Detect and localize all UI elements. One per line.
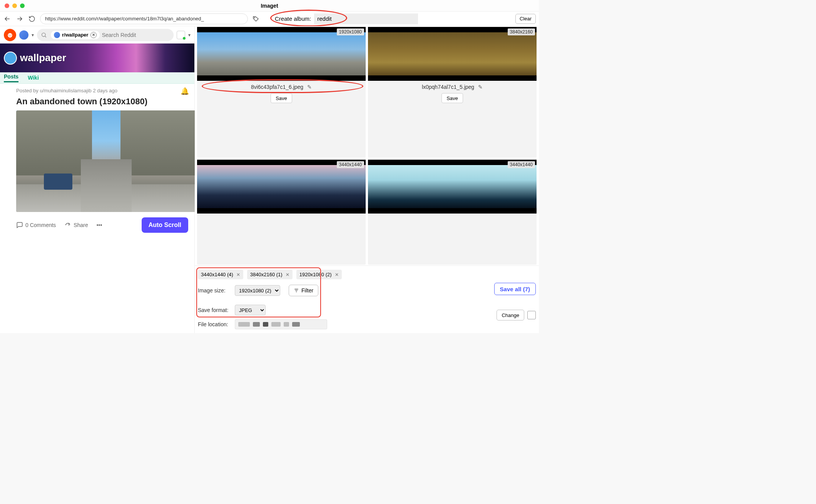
image-card: 3440x1440: [197, 160, 366, 265]
subreddit-banner: wallpaper: [0, 43, 194, 72]
image-card: 3840x2160 lx0pqh74al7c1_5.jpeg ✎ Save: [368, 27, 537, 157]
filename-row: 8vi6c43pfa7c1_6.jpeg ✎: [197, 81, 366, 93]
svg-point-0: [254, 17, 255, 18]
svg-point-3: [10, 34, 11, 35]
edit-icon[interactable]: ✎: [478, 84, 483, 90]
image-card: 1920x1080 8vi6c43pfa7c1_6.jpeg ✎ Save: [197, 27, 366, 157]
main-split: ▾ r/wallpaper ✕ ▾ wallpaper Posts Wiki 🔔: [0, 26, 539, 333]
create-album-input[interactable]: [314, 13, 418, 24]
search-icon: [41, 32, 47, 38]
share-button[interactable]: Share: [64, 222, 88, 229]
image-card: 3440x1440: [368, 160, 537, 265]
save-format-row: Save format: JPEG: [198, 305, 536, 315]
chip-remove-icon[interactable]: ✕: [335, 272, 339, 277]
reddit-logo-icon[interactable]: [4, 29, 16, 41]
minimize-icon[interactable]: [12, 3, 17, 8]
comments-button[interactable]: 0 Comments: [16, 222, 56, 229]
file-location-label: File location:: [198, 321, 231, 327]
thumbnail[interactable]: 3840x2160: [368, 27, 537, 81]
chip-remove-icon[interactable]: ✕: [236, 272, 240, 277]
url-bar[interactable]: https://www.reddit.com/r/wallpaper/comme…: [40, 13, 248, 24]
window-title: Imaget: [261, 3, 278, 9]
tab-wiki[interactable]: Wiki: [28, 75, 39, 81]
filename: lx0pqh74al7c1_5.jpeg: [422, 84, 474, 90]
filter-button[interactable]: Filter: [289, 285, 318, 296]
bell-icon[interactable]: 🔔: [181, 87, 189, 95]
reddit-header: ▾ r/wallpaper ✕ ▾: [0, 26, 194, 43]
community-avatar-icon[interactable]: [19, 30, 28, 40]
chip-remove-icon[interactable]: ✕: [90, 32, 97, 38]
chip-label: r/wallpaper: [62, 32, 89, 38]
filename: 8vi6c43pfa7c1_6.jpeg: [251, 84, 303, 90]
filter-chips: 3440x1440 (4)✕ 3840x2160 (1)✕ 1920x1080 …: [198, 270, 536, 279]
titlebar: Imaget: [0, 0, 539, 12]
svg-point-1: [8, 33, 12, 38]
thumbnail[interactable]: 3440x1440: [197, 160, 366, 214]
downloader-pane: 1920x1080 8vi6c43pfa7c1_6.jpeg ✎ Save 38…: [195, 26, 539, 333]
reddit-search-input[interactable]: [102, 32, 171, 38]
resolution-badge: 3440x1440: [337, 161, 364, 168]
url-text: https://www.reddit.com/r/wallpaper/comme…: [45, 16, 204, 22]
nav-toolbar: https://www.reddit.com/r/wallpaper/comme…: [0, 12, 539, 26]
close-icon[interactable]: [5, 3, 9, 8]
subreddit-chip[interactable]: r/wallpaper ✕: [51, 31, 100, 39]
thumbnail[interactable]: 3440x1440: [368, 160, 537, 214]
post-meta: Posted by u/muhaiminulislamsajib 2 days …: [16, 88, 188, 93]
save-button[interactable]: Save: [441, 93, 463, 103]
post-title: An abandoned town (1920x1080): [16, 97, 188, 107]
thumbnail[interactable]: 1920x1080: [197, 27, 366, 81]
save-format-select[interactable]: JPEG: [235, 305, 266, 315]
filter-chip[interactable]: 3440x1440 (4)✕: [198, 270, 243, 279]
image-size-label: Image size:: [198, 287, 231, 294]
maximize-icon[interactable]: [20, 3, 25, 8]
forward-icon[interactable]: [15, 15, 24, 23]
auto-scroll-button[interactable]: Auto Scroll: [142, 217, 188, 233]
subreddit-title: wallpaper: [20, 52, 66, 64]
browser-pane: ▾ r/wallpaper ✕ ▾ wallpaper Posts Wiki 🔔: [0, 26, 195, 333]
reddit-search[interactable]: r/wallpaper ✕: [37, 29, 174, 41]
resolution-badge: 1920x1080: [337, 28, 364, 35]
resolution-badge: 3440x1440: [508, 161, 535, 168]
chip-avatar-icon: [54, 32, 60, 38]
file-location-row: File location:: [198, 319, 536, 329]
svg-point-4: [42, 33, 45, 36]
clear-button[interactable]: Clear: [515, 14, 536, 24]
more-icon[interactable]: •••: [97, 222, 102, 228]
filter-chip[interactable]: 1920x1080 (2)✕: [296, 270, 342, 279]
file-location-input[interactable]: [235, 319, 327, 329]
back-icon[interactable]: [3, 15, 12, 23]
filter-chip[interactable]: 3840x2160 (1)✕: [247, 270, 293, 279]
chevron-down-icon[interactable]: ▾: [32, 32, 34, 38]
comments-label: 0 Comments: [25, 222, 56, 228]
subreddit-tabs: Posts Wiki: [0, 72, 194, 84]
post-actions: 0 Comments Share ••• Auto Scroll: [16, 212, 188, 234]
svg-point-2: [8, 34, 9, 35]
image-size-select[interactable]: 1920x1080 (2): [235, 285, 280, 296]
window-controls: [5, 3, 25, 8]
share-label: Share: [74, 222, 88, 228]
edit-icon[interactable]: ✎: [307, 84, 312, 90]
bottom-panel: 3440x1440 (4)✕ 3840x2160 (1)✕ 1920x1080 …: [195, 265, 539, 333]
tag-icon[interactable]: [252, 15, 260, 23]
reload-icon[interactable]: [28, 15, 36, 23]
subreddit-avatar-icon: [4, 52, 17, 65]
create-album-label: Create album:: [275, 15, 311, 22]
save-button[interactable]: Save: [271, 93, 292, 103]
filename-row: lx0pqh74al7c1_5.jpeg ✎: [368, 81, 537, 93]
post-image[interactable]: [16, 110, 196, 212]
save-format-label: Save format:: [198, 307, 231, 313]
thumbnail-grid: 1920x1080 8vi6c43pfa7c1_6.jpeg ✎ Save 38…: [195, 26, 539, 265]
post: 🔔 Posted by u/muhaiminulislamsajib 2 day…: [0, 84, 194, 234]
chip-remove-icon[interactable]: ✕: [286, 272, 289, 277]
app-icon[interactable]: [177, 31, 185, 39]
create-album: Create album:: [275, 13, 418, 24]
save-all-button[interactable]: Save all (7): [494, 283, 536, 295]
resolution-badge: 3840x2160: [508, 28, 535, 35]
chevron-down-icon[interactable]: ▾: [188, 32, 191, 38]
tab-posts[interactable]: Posts: [4, 73, 18, 82]
image-size-row: Image size: 1920x1080 (2) Filter: [198, 285, 536, 296]
